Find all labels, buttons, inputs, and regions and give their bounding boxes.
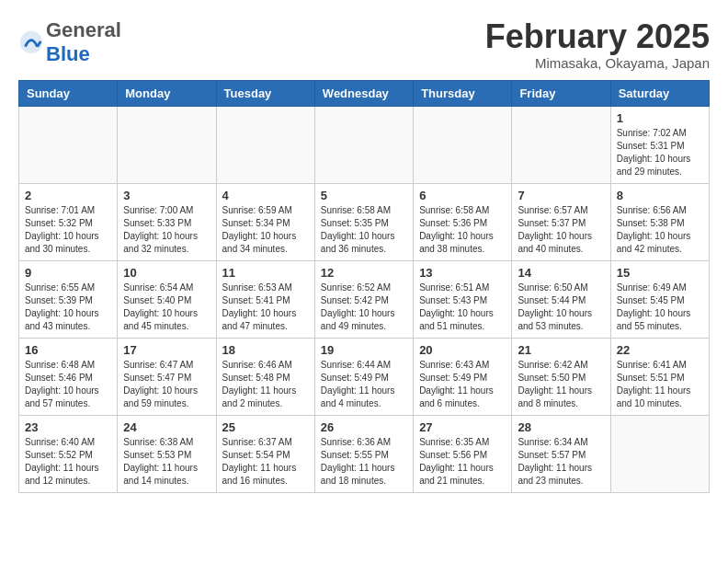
calendar-cell bbox=[414, 106, 512, 183]
calendar-cell: 20Sunrise: 6:43 AM Sunset: 5:49 PM Dayli… bbox=[414, 338, 512, 415]
calendar-cell: 17Sunrise: 6:47 AM Sunset: 5:47 PM Dayli… bbox=[118, 338, 216, 415]
calendar-cell: 6Sunrise: 6:58 AM Sunset: 5:36 PM Daylig… bbox=[414, 183, 512, 260]
calendar-cell: 5Sunrise: 6:58 AM Sunset: 5:35 PM Daylig… bbox=[314, 183, 413, 260]
day-number: 2 bbox=[25, 189, 111, 202]
calendar-cell bbox=[512, 106, 610, 183]
day-detail: Sunrise: 6:36 AM Sunset: 5:55 PM Dayligh… bbox=[321, 436, 407, 488]
location-subtitle: Mimasaka, Okayama, Japan bbox=[485, 55, 710, 71]
day-detail: Sunrise: 6:51 AM Sunset: 5:43 PM Dayligh… bbox=[419, 282, 506, 333]
calendar-cell bbox=[216, 106, 314, 183]
weekday-header-saturday: Saturday bbox=[610, 80, 709, 106]
day-detail: Sunrise: 6:35 AM Sunset: 5:56 PM Dayligh… bbox=[419, 436, 506, 488]
calendar-cell: 22Sunrise: 6:41 AM Sunset: 5:51 PM Dayli… bbox=[610, 338, 709, 415]
calendar-week-row: 16Sunrise: 6:48 AM Sunset: 5:46 PM Dayli… bbox=[19, 338, 710, 415]
page-header: General Blue February 2025 Mimasaka, Oka… bbox=[18, 18, 710, 71]
day-detail: Sunrise: 7:00 AM Sunset: 5:33 PM Dayligh… bbox=[123, 204, 210, 256]
calendar-cell: 24Sunrise: 6:38 AM Sunset: 5:53 PM Dayli… bbox=[118, 415, 216, 492]
calendar-cell: 7Sunrise: 6:57 AM Sunset: 5:37 PM Daylig… bbox=[512, 183, 610, 260]
day-detail: Sunrise: 7:02 AM Sunset: 5:31 PM Dayligh… bbox=[617, 127, 703, 178]
month-year-title: February 2025 bbox=[485, 18, 710, 55]
day-detail: Sunrise: 6:50 AM Sunset: 5:44 PM Dayligh… bbox=[518, 282, 604, 333]
calendar-week-row: 2Sunrise: 7:01 AM Sunset: 5:32 PM Daylig… bbox=[19, 183, 710, 260]
day-number: 3 bbox=[123, 189, 210, 202]
day-number: 7 bbox=[518, 189, 604, 202]
calendar-cell: 15Sunrise: 6:49 AM Sunset: 5:45 PM Dayli… bbox=[610, 260, 709, 338]
calendar-cell: 8Sunrise: 6:56 AM Sunset: 5:38 PM Daylig… bbox=[610, 183, 709, 260]
day-detail: Sunrise: 6:57 AM Sunset: 5:37 PM Dayligh… bbox=[518, 204, 604, 256]
day-number: 9 bbox=[25, 266, 111, 280]
day-number: 18 bbox=[222, 343, 309, 357]
calendar-week-row: 9Sunrise: 6:55 AM Sunset: 5:39 PM Daylig… bbox=[19, 260, 710, 338]
day-detail: Sunrise: 6:58 AM Sunset: 5:36 PM Dayligh… bbox=[419, 204, 506, 256]
day-number: 6 bbox=[419, 189, 506, 202]
day-detail: Sunrise: 7:01 AM Sunset: 5:32 PM Dayligh… bbox=[25, 204, 111, 256]
day-number: 22 bbox=[617, 343, 703, 357]
calendar-cell: 28Sunrise: 6:34 AM Sunset: 5:57 PM Dayli… bbox=[512, 415, 610, 492]
title-block: February 2025 Mimasaka, Okayama, Japan bbox=[485, 18, 710, 71]
day-detail: Sunrise: 6:40 AM Sunset: 5:52 PM Dayligh… bbox=[25, 436, 111, 488]
day-number: 21 bbox=[518, 343, 604, 357]
day-number: 23 bbox=[25, 420, 111, 434]
day-number: 28 bbox=[518, 420, 604, 434]
day-detail: Sunrise: 6:56 AM Sunset: 5:38 PM Dayligh… bbox=[617, 204, 703, 256]
weekday-header-row: SundayMondayTuesdayWednesdayThursdayFrid… bbox=[19, 80, 710, 106]
day-detail: Sunrise: 6:43 AM Sunset: 5:49 PM Dayligh… bbox=[419, 359, 506, 410]
logo-icon bbox=[18, 29, 44, 55]
calendar-cell: 14Sunrise: 6:50 AM Sunset: 5:44 PM Dayli… bbox=[512, 260, 610, 338]
calendar-cell: 12Sunrise: 6:52 AM Sunset: 5:42 PM Dayli… bbox=[314, 260, 413, 338]
calendar-cell: 21Sunrise: 6:42 AM Sunset: 5:50 PM Dayli… bbox=[512, 338, 610, 415]
calendar-cell: 11Sunrise: 6:53 AM Sunset: 5:41 PM Dayli… bbox=[216, 260, 314, 338]
day-number: 26 bbox=[321, 420, 407, 434]
day-number: 16 bbox=[25, 343, 111, 357]
calendar-cell bbox=[610, 415, 709, 492]
weekday-header-tuesday: Tuesday bbox=[216, 80, 314, 106]
calendar-cell: 1Sunrise: 7:02 AM Sunset: 5:31 PM Daylig… bbox=[610, 106, 709, 183]
day-detail: Sunrise: 6:41 AM Sunset: 5:51 PM Dayligh… bbox=[617, 359, 703, 410]
day-number: 27 bbox=[419, 420, 506, 434]
day-number: 25 bbox=[222, 420, 309, 434]
day-number: 20 bbox=[419, 343, 506, 357]
weekday-header-monday: Monday bbox=[118, 80, 216, 106]
calendar-cell: 26Sunrise: 6:36 AM Sunset: 5:55 PM Dayli… bbox=[314, 415, 413, 492]
weekday-header-wednesday: Wednesday bbox=[314, 80, 413, 106]
day-detail: Sunrise: 6:54 AM Sunset: 5:40 PM Dayligh… bbox=[123, 282, 210, 333]
day-number: 11 bbox=[222, 266, 309, 280]
day-number: 8 bbox=[617, 189, 703, 202]
weekday-header-friday: Friday bbox=[512, 80, 610, 106]
calendar-cell bbox=[314, 106, 413, 183]
calendar-cell bbox=[19, 106, 118, 183]
day-number: 15 bbox=[617, 266, 703, 280]
day-detail: Sunrise: 6:53 AM Sunset: 5:41 PM Dayligh… bbox=[222, 282, 309, 333]
day-detail: Sunrise: 6:47 AM Sunset: 5:47 PM Dayligh… bbox=[123, 359, 210, 410]
day-detail: Sunrise: 6:38 AM Sunset: 5:53 PM Dayligh… bbox=[123, 436, 210, 488]
day-number: 13 bbox=[419, 266, 506, 280]
calendar-cell: 13Sunrise: 6:51 AM Sunset: 5:43 PM Dayli… bbox=[414, 260, 512, 338]
calendar-cell: 16Sunrise: 6:48 AM Sunset: 5:46 PM Dayli… bbox=[19, 338, 118, 415]
weekday-header-thursday: Thursday bbox=[414, 80, 512, 106]
day-detail: Sunrise: 6:37 AM Sunset: 5:54 PM Dayligh… bbox=[222, 436, 309, 488]
calendar-cell: 23Sunrise: 6:40 AM Sunset: 5:52 PM Dayli… bbox=[19, 415, 118, 492]
day-detail: Sunrise: 6:44 AM Sunset: 5:49 PM Dayligh… bbox=[321, 359, 407, 410]
calendar-cell: 25Sunrise: 6:37 AM Sunset: 5:54 PM Dayli… bbox=[216, 415, 314, 492]
day-detail: Sunrise: 6:46 AM Sunset: 5:48 PM Dayligh… bbox=[222, 359, 309, 410]
day-number: 12 bbox=[321, 266, 407, 280]
day-number: 4 bbox=[222, 189, 309, 202]
calendar-cell: 4Sunrise: 6:59 AM Sunset: 5:34 PM Daylig… bbox=[216, 183, 314, 260]
day-number: 17 bbox=[123, 343, 210, 357]
calendar-cell: 27Sunrise: 6:35 AM Sunset: 5:56 PM Dayli… bbox=[414, 415, 512, 492]
logo-blue-text: Blue bbox=[46, 42, 90, 65]
calendar-cell: 19Sunrise: 6:44 AM Sunset: 5:49 PM Dayli… bbox=[314, 338, 413, 415]
calendar-cell: 3Sunrise: 7:00 AM Sunset: 5:33 PM Daylig… bbox=[118, 183, 216, 260]
logo-general-text: General bbox=[46, 18, 121, 41]
calendar-cell: 9Sunrise: 6:55 AM Sunset: 5:39 PM Daylig… bbox=[19, 260, 118, 338]
day-detail: Sunrise: 6:48 AM Sunset: 5:46 PM Dayligh… bbox=[25, 359, 111, 410]
day-number: 24 bbox=[123, 420, 210, 434]
calendar-cell: 10Sunrise: 6:54 AM Sunset: 5:40 PM Dayli… bbox=[118, 260, 216, 338]
day-detail: Sunrise: 6:58 AM Sunset: 5:35 PM Dayligh… bbox=[321, 204, 407, 256]
day-number: 19 bbox=[321, 343, 407, 357]
day-detail: Sunrise: 6:59 AM Sunset: 5:34 PM Dayligh… bbox=[222, 204, 309, 256]
day-number: 14 bbox=[518, 266, 604, 280]
calendar-cell: 2Sunrise: 7:01 AM Sunset: 5:32 PM Daylig… bbox=[19, 183, 118, 260]
day-number: 10 bbox=[123, 266, 210, 280]
calendar-cell bbox=[118, 106, 216, 183]
